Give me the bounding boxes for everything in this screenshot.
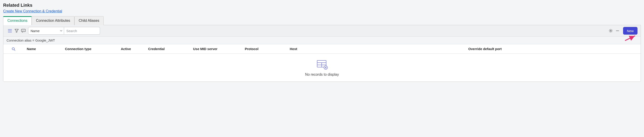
filter-icon[interactable] xyxy=(13,28,20,34)
table-header-row: Name Connection type Active Credential U… xyxy=(3,44,641,54)
empty-state: No records to display xyxy=(3,54,641,82)
col-protocol[interactable]: Protocol xyxy=(242,44,286,54)
related-links-heading: Related Links xyxy=(3,3,641,8)
column-search-icon[interactable] xyxy=(3,44,24,54)
col-use-mid-server[interactable]: Use MID server xyxy=(190,44,242,54)
activity-stream-icon[interactable] xyxy=(20,28,27,34)
col-override-default-port[interactable]: Override default port xyxy=(329,44,641,54)
list-menu-icon[interactable] xyxy=(6,28,13,34)
list-toolbar: Name New xyxy=(3,25,641,36)
empty-state-text: No records to display xyxy=(305,72,339,76)
new-button[interactable]: New xyxy=(623,27,638,34)
col-credential[interactable]: Credential xyxy=(145,44,190,54)
search-field-select-wrap: Name xyxy=(28,27,64,34)
create-connection-credential-link[interactable]: Create New Connection & Credential xyxy=(3,9,62,13)
minimize-icon[interactable] xyxy=(614,28,621,34)
svg-point-5 xyxy=(23,30,24,31)
tab-connection-attributes[interactable]: Connection Attributes xyxy=(32,16,74,25)
breadcrumb-filter[interactable]: Connection alias = Google_JWT xyxy=(3,36,641,44)
search-input[interactable] xyxy=(64,27,100,34)
search-field-select[interactable]: Name xyxy=(28,27,64,34)
gear-icon[interactable] xyxy=(607,28,614,34)
svg-point-6 xyxy=(24,30,24,31)
tab-connections[interactable]: Connections xyxy=(3,16,32,25)
tab-child-aliases[interactable]: Child Aliases xyxy=(74,16,104,25)
svg-point-7 xyxy=(610,30,611,32)
svg-line-10 xyxy=(14,50,15,50)
empty-table-icon xyxy=(316,60,328,70)
col-name[interactable]: Name xyxy=(24,44,62,54)
tablist: Connections Connection Attributes Child … xyxy=(3,16,641,25)
svg-point-4 xyxy=(22,30,23,31)
connections-panel: Name New Connection alias = Google_JWT xyxy=(3,25,641,82)
col-active[interactable]: Active xyxy=(107,44,145,54)
col-connection-type[interactable]: Connection type xyxy=(62,44,107,54)
col-host[interactable]: Host xyxy=(286,44,329,54)
